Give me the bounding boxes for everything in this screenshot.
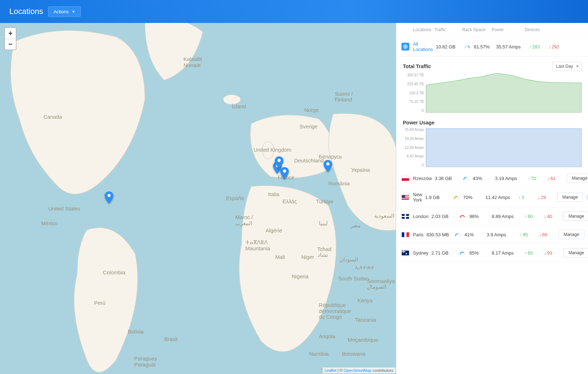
summary-devices-up: 283 [529,44,546,49]
svg-text:Ísland: Ísland [232,104,246,109]
location-name: New York [413,192,422,203]
location-devices-up: 3 [518,195,535,200]
location-name: London [413,214,428,219]
all-locations-label: All Locations [413,41,433,52]
flag-icon [401,250,409,256]
svg-text:Moçambique: Moçambique [348,337,378,343]
svg-text:España: España [226,195,244,201]
traffic-chart-area [426,73,582,113]
svg-text:Tanzania: Tanzania [355,317,377,323]
osm-link[interactable]: OpenStreetMap [344,368,372,373]
flag-icon [401,176,409,181]
location-traffic: 1.9 GB [425,195,450,200]
svg-text:المغرب: المغرب [235,221,252,227]
svg-text:Türkiye: Türkiye [316,199,334,204]
location-power: 11.42 Amps [485,195,516,200]
svg-text:الصومال: الصومال [367,284,386,290]
power-chart-block: Power Usage 25.68 Amps19.26 Amps12.84 Am… [396,115,588,169]
location-rack: 65% [469,250,489,256]
svg-text:السعودية: السعودية [374,213,394,219]
location-power: 3.19 Amps [495,176,525,181]
summary-power: 35.57 Amps [496,44,526,49]
actions-dropdown-button[interactable]: Actions ▼ [48,6,81,17]
svg-text:Algérie: Algérie [265,228,282,233]
chevron-down-icon: ▼ [72,10,75,14]
svg-text:Suomi /: Suomi / [335,91,353,97]
location-row[interactable]: Paris830.53 MB41%3.9 Amps8569Manage⌄ [396,226,588,244]
svg-text:Sverige: Sverige [300,124,317,129]
location-row[interactable]: London2.03 GB98%8.89 Amps6040Manage⌄ [396,207,588,226]
svg-text:United States: United States [48,206,80,212]
svg-text:Mauritania: Mauritania [245,246,271,251]
location-devices-up: 65 [525,250,541,256]
location-devices-down: 29 [538,195,554,200]
location-row[interactable]: New York1.9 GB70%11.42 Amps329Manage⌄ [396,188,588,207]
svg-text:Kalaallit: Kalaallit [184,56,202,62]
manage-button[interactable]: Manage [567,174,588,183]
svg-text:Canada: Canada [43,114,62,120]
svg-text:Perú: Perú [94,300,105,306]
page-title: Locations [9,7,43,16]
svg-text:Soomaaliya: Soomaaliya [367,278,395,284]
svg-text:Namibia: Namibia [309,351,329,357]
location-traffic: 3.36 GB [435,176,460,181]
svg-text:Nigeria: Nigeria [292,274,309,279]
zoom-out-button[interactable]: − [5,39,16,49]
locations-side-panel: Locations Traffic Rack Space Power Devic… [396,23,588,374]
location-devices-up: 85 [520,232,536,237]
svg-text:Ελλάς: Ελλάς [283,199,297,204]
world-map[interactable]: Canada United States México Kalaallit Nu… [0,23,396,374]
location-name: Sydney [413,250,428,256]
all-locations-row[interactable]: All Locations 10.82 GB 61.57% 35.57 Amps… [396,37,588,57]
svg-text:ليبيا: ليبيا [319,221,328,226]
manage-button[interactable]: Manage [559,230,584,239]
power-chart-area [426,128,582,167]
flag-icon [401,195,409,200]
location-row[interactable]: Sydney2.71 GB65%8.17 Amps6593Manage⌄ [396,244,588,262]
location-rows: Rzeszów3.36 GB43%3.19 Amps7061Manage⌄New… [396,169,588,262]
svg-text:United Kingdom: United Kingdom [254,147,291,153]
svg-text:Italia: Italia [268,191,279,197]
location-power: 3.9 Amps [487,232,517,237]
svg-text:Tchad: Tchad [317,246,331,252]
svg-text:Niger: Niger [301,254,314,260]
map-panel[interactable]: Canada United States México Kalaallit Nu… [0,23,396,374]
svg-text:démocratique: démocratique [319,308,351,314]
flag-icon [401,232,409,237]
svg-text:ⵜⴰⴳⴷⵓⴷ: ⵜⴰⴳⴷⵓⴷ [245,240,268,245]
col-traffic: Traffic [434,27,459,32]
location-name: Paris [413,232,424,237]
location-rack: 43% [473,176,492,181]
summary-rack: 61.57% [474,44,493,49]
svg-text:République: République [319,302,346,308]
manage-button[interactable]: Manage [563,248,588,257]
summary-devices-down: 292 [549,44,565,49]
location-rack: 98% [469,214,489,219]
globe-icon [401,43,409,51]
location-row[interactable]: Rzeszów3.36 GB43%3.19 Amps7061Manage⌄ [396,169,588,188]
svg-text:México: México [41,221,58,226]
content-area: Canada United States México Kalaallit Nu… [0,23,588,374]
svg-text:Botswana: Botswana [342,351,366,357]
traffic-y-axis: 300.57 TB225.45 TB150.3 TB75.15 TB0 [403,73,426,113]
svg-text:السودان: السودان [339,257,358,263]
gauge-icon [453,194,460,201]
svg-text:Mali: Mali [275,254,285,260]
svg-text:ኢትዮጵያ: ኢትዮጵያ [355,265,374,270]
power-chart-title: Power Usage [403,120,434,126]
expand-row-button[interactable]: ⌄ [586,193,588,201]
manage-button[interactable]: Manage [557,193,583,202]
gauge-icon [463,175,470,182]
time-range-select[interactable]: Last Day [552,62,582,71]
svg-text:Paraguay: Paraguay [134,356,157,361]
svg-text:Finland: Finland [335,97,352,103]
top-header: Locations Actions ▼ [0,0,588,23]
gauge-icon [459,213,466,220]
traffic-chart-block: Total Traffic Last Day 300.57 TB225.45 T… [396,57,588,115]
leaflet-link[interactable]: Leaflet [325,368,337,373]
gauge-icon [459,249,466,257]
zoom-in-button[interactable]: + [5,28,16,39]
svg-text:Україна: Україна [351,167,370,173]
manage-button[interactable]: Manage [563,212,588,221]
svg-text:مصر: مصر [350,223,361,229]
